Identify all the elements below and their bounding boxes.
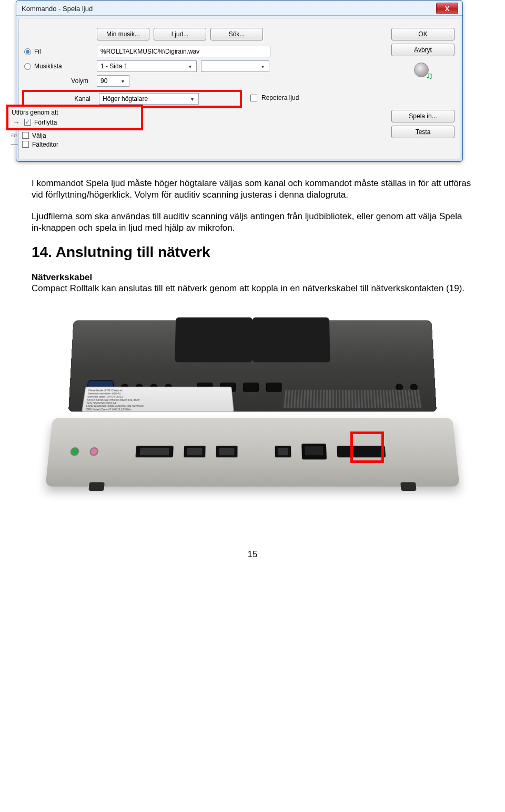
headphone-jack-icon <box>70 447 79 456</box>
play-sound-dialog: Kommando - Spela ljud X Min musik... Lju… <box>16 0 463 162</box>
chevron-down-icon: ▾ <box>258 64 267 69</box>
rubber-foot <box>400 482 416 491</box>
paragraph-3: Compact Rolltalk kan anslutas till ett n… <box>32 283 473 294</box>
port-icon <box>275 446 291 457</box>
playlist-combo-2[interactable]: ▾ <box>201 60 269 72</box>
playlist-combo[interactable]: 1 - Sida 1 ▾ <box>97 60 197 72</box>
dash-icon: — <box>9 140 19 148</box>
record-button[interactable]: Spela in... <box>391 110 454 122</box>
repeat-checkbox[interactable] <box>250 95 257 101</box>
dialog-body: Min musik... Ljud... Sök... Fil <box>18 18 460 159</box>
usb-port-icon <box>216 446 238 457</box>
device-rear-panel: Paceblade 2YR Carry-in Service number: 6… <box>68 321 437 412</box>
subheading-cable: Nätverkskabel <box>32 272 473 283</box>
arrow-right-icon: → <box>12 118 21 126</box>
hand-icon: ☞ <box>9 131 19 139</box>
test-button[interactable]: Testa <box>391 126 454 138</box>
device-illustration: Paceblade 2YR Carry-in Service number: 6… <box>42 307 463 528</box>
music-icon: ♫ <box>414 63 432 80</box>
select-checkbox[interactable] <box>22 132 29 139</box>
usb-port-icon <box>184 446 205 457</box>
usb-port-icon <box>266 383 282 392</box>
chevron-down-icon: ▾ <box>188 96 196 102</box>
select-label: Välja <box>32 132 46 139</box>
cancel-button[interactable]: Avbryt <box>391 44 454 56</box>
usb-port-icon <box>243 383 259 392</box>
service-sticker: Paceblade 2YR Carry-in Service number: 6… <box>82 387 234 412</box>
fieldeditor-label: Fälteditor <box>32 141 58 148</box>
ok-button[interactable]: OK <box>391 28 454 40</box>
close-button[interactable]: X <box>436 3 458 14</box>
page-number: 15 <box>32 549 473 560</box>
heading-14: 14. Anslutning till nätverk <box>32 244 473 261</box>
device-front-panel <box>45 418 460 487</box>
close-icon: X <box>445 5 450 13</box>
volume-label: Volym <box>71 77 88 85</box>
sound-button[interactable]: Ljud... <box>154 28 206 40</box>
file-radio-label: Fil <box>34 48 41 55</box>
perform-by-label: Utförs genom att <box>12 109 138 116</box>
channel-label: Kanal <box>74 95 90 102</box>
repeat-label: Repetera ljud <box>261 94 299 101</box>
move-checkbox[interactable] <box>24 119 31 126</box>
mic-jack-icon <box>89 447 99 456</box>
fieldeditor-checkbox[interactable] <box>22 141 29 148</box>
paragraph-2: Ljudfilerna som ska användas till auditi… <box>32 211 473 234</box>
perform-highlight: Utförs genom att → Förflytta <box>6 105 143 130</box>
ethernet-highlight <box>350 431 384 463</box>
dialog-titlebar: Kommando - Spela ljud X <box>16 1 462 16</box>
channel-combo[interactable]: Höger högtalare ▾ <box>99 93 199 105</box>
ethernet-port-icon <box>301 444 327 459</box>
my-music-button[interactable]: Min musik... <box>97 28 149 40</box>
playlist-radio[interactable] <box>24 63 31 70</box>
document-body: I kommandot Spela ljud måste höger högta… <box>32 178 473 294</box>
mount-bracket <box>175 317 252 362</box>
mount-bracket <box>252 317 330 362</box>
volume-combo[interactable]: 90 ▾ <box>97 75 129 87</box>
vent-grille <box>282 390 422 408</box>
search-button[interactable]: Sök... <box>210 28 263 40</box>
esata-port-icon <box>135 446 173 457</box>
rubber-foot <box>88 482 104 491</box>
chevron-down-icon: ▾ <box>186 64 194 69</box>
playlist-radio-label: Musiklista <box>34 63 62 70</box>
move-label: Förflytta <box>34 119 57 126</box>
dialog-title: Kommando - Spela ljud <box>22 5 436 13</box>
paragraph-1: I kommandot Spela ljud måste höger högta… <box>32 178 473 201</box>
chevron-down-icon: ▾ <box>118 78 127 84</box>
file-path-input[interactable] <box>97 46 270 57</box>
file-radio[interactable] <box>24 48 31 55</box>
